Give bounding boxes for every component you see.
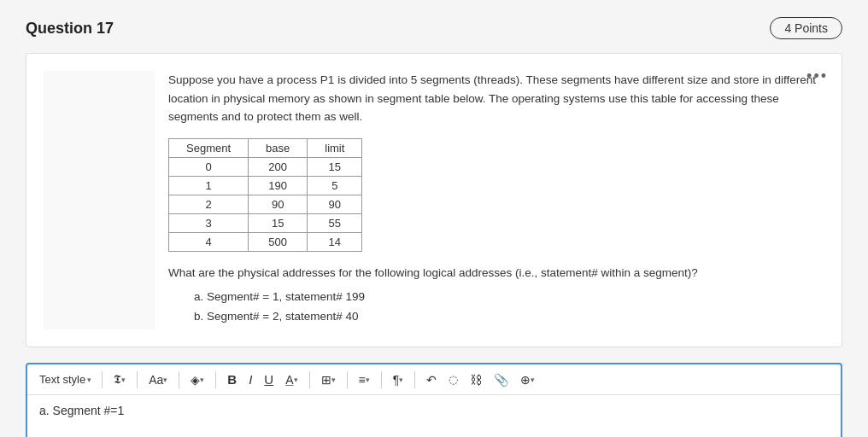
sep-6	[347, 371, 348, 388]
sep-2	[137, 371, 138, 388]
font-style-button[interactable]: 𝕿 ▾	[109, 370, 130, 389]
table-button[interactable]: ⊞ ▾	[317, 370, 340, 389]
table-row: 450014	[169, 232, 362, 251]
chain-button[interactable]: ⛓	[466, 370, 486, 389]
insert-button[interactable]: ⊕ ▾	[516, 370, 539, 389]
sub-item: a. Segment# = 1, statement# 199	[194, 290, 824, 303]
table-row: 29090	[169, 195, 362, 213]
text-style-chevron: ▾	[87, 376, 91, 384]
attachment-button[interactable]: 📎	[490, 370, 513, 389]
col-header-limit: limit	[308, 138, 362, 157]
list-button[interactable]: ≡ ▾	[355, 370, 374, 389]
sep-8	[414, 371, 415, 388]
table-row: 11905	[169, 176, 362, 195]
more-options-button[interactable]: •••	[806, 67, 828, 85]
toolbar: Text style ▾ 𝕿 ▾ Aa ▾ ◈ ▾ B I U	[27, 364, 841, 395]
table-row: 31555	[169, 213, 362, 232]
question-content: ••• Suppose you have a process P1 is div…	[168, 71, 824, 329]
sep-3	[179, 371, 179, 388]
editor-text: a. Segment #=1	[39, 404, 124, 417]
question-text: Suppose you have a process P1 is divided…	[168, 71, 824, 126]
bold-button[interactable]: B	[223, 370, 241, 389]
sep-7	[381, 371, 382, 388]
paint-button[interactable]: ◈ ▾	[186, 370, 208, 389]
underline-button[interactable]: U	[260, 370, 278, 389]
text-style-label: Text style	[39, 373, 85, 386]
undo-button[interactable]: ↶	[422, 370, 441, 389]
col-header-segment: Segment	[169, 138, 249, 157]
sep-1	[102, 371, 103, 388]
paragraph-button[interactable]: ¶ ▾	[389, 370, 408, 389]
points-badge: 4 Points	[770, 17, 842, 39]
sub-question-text: What are the physical addresses for the …	[168, 264, 824, 283]
segment-table: Segment base limit 020015119052909031555…	[168, 138, 362, 252]
editor-content[interactable]: a. Segment #=1	[27, 395, 841, 437]
text-style-group[interactable]: Text style ▾	[36, 371, 95, 387]
editor-wrapper: Text style ▾ 𝕿 ▾ Aa ▾ ◈ ▾ B I U	[26, 363, 842, 437]
clear-format-button[interactable]: ◌	[444, 370, 462, 388]
sep-5	[309, 371, 310, 388]
sub-item: b. Segment# = 2, statement# 40	[194, 310, 824, 323]
italic-button[interactable]: I	[244, 370, 256, 389]
sep-4	[215, 371, 216, 388]
col-header-base: base	[249, 138, 308, 157]
font-size-button[interactable]: Aa ▾	[144, 370, 172, 389]
text-style-dropdown[interactable]: Text style ▾	[36, 371, 95, 387]
question-title: Question 17	[26, 20, 114, 38]
table-row: 020015	[169, 157, 362, 176]
font-color-button[interactable]: A ▾	[281, 370, 302, 389]
left-margin	[44, 71, 155, 329]
